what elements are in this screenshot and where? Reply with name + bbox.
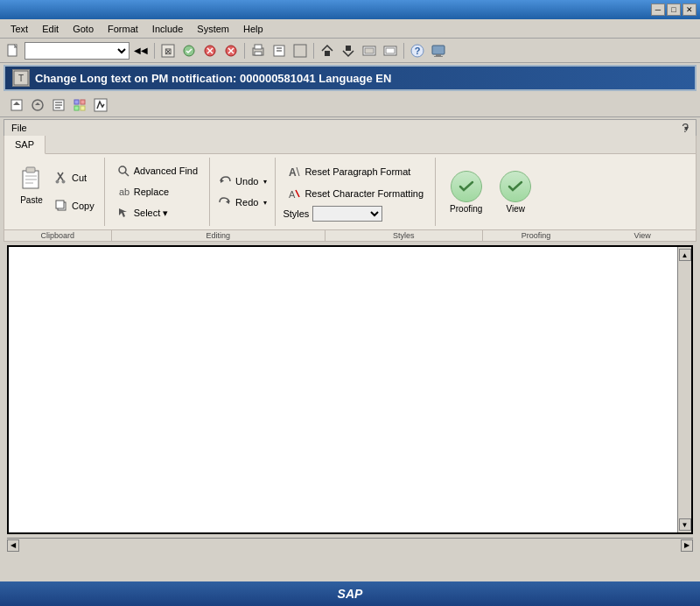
toolbar-main: ◀◀ ⊠ ? [0,39,700,63]
toolbar2-btn5[interactable] [91,95,110,115]
toolbar-btn6[interactable] [290,41,310,60]
ribbon-content: Paste Cut Copy [4,154,696,229]
separator1 [154,43,155,59]
paste-button[interactable]: Paste [13,161,50,222]
copy-button[interactable]: Copy [50,196,99,215]
clipboard-group: Paste Cut Copy [8,158,105,226]
replace-icon: ab [116,185,130,199]
svg-line-49 [125,173,129,176]
svg-marker-51 [220,179,224,183]
toolbar-btn7[interactable] [318,41,337,60]
text-editor[interactable] [9,247,677,532]
redo-arrow[interactable]: ▾ [263,199,267,207]
menu-system[interactable]: System [190,22,236,36]
ribbon-container: SAP Paste [4,136,696,242]
editing-group: Advanced Find ab Replace Select ▾ [105,158,210,226]
toolbar-btn5[interactable] [270,41,289,60]
replace-button[interactable]: ab Replace [112,182,202,201]
file-label: File [11,123,27,133]
bottom-scrollbar[interactable]: ◀ ▶ [7,538,693,552]
styles-row: Styles [283,206,428,222]
proofing-group-label: Proofing [483,230,590,241]
svg-point-45 [62,180,66,184]
ribbon-tabs: SAP [4,136,696,154]
svg-rect-33 [80,100,85,104]
menu-help[interactable]: Help [236,22,270,36]
reset-paragraph-button[interactable]: A Reset Paragraph Format [283,162,428,181]
view-group-label: View [589,230,696,241]
nav-left-btn[interactable]: ◀◀ [131,41,150,60]
svg-rect-16 [365,48,374,53]
svg-rect-35 [80,106,85,110]
svg-rect-23 [434,56,443,57]
styles-dropdown-label: Styles [283,208,309,219]
svg-line-54 [297,167,299,176]
copy-label: Copy [72,201,94,211]
undo-button[interactable]: Undo ▾ [214,172,271,191]
cut-button[interactable]: Cut [50,168,99,187]
menu-goto[interactable]: Goto [66,22,101,36]
minimize-button[interactable]: ─ [651,4,665,16]
help-btn[interactable]: ? [408,41,427,60]
menu-edit[interactable]: Edit [35,22,66,36]
separator4 [403,43,404,59]
styles-dropdown-select[interactable] [312,206,382,222]
styles-group: A Reset Paragraph Format A Reset Charact… [276,158,436,226]
scroll-left-button[interactable]: ◀ [7,539,19,552]
tab-sap[interactable]: SAP [4,136,46,154]
toolbar-btn8[interactable] [339,41,358,60]
separator3 [313,43,314,59]
menu-text[interactable]: Text [4,22,35,36]
view-label: View [507,204,526,214]
scroll-up-button[interactable]: ▲ [679,249,691,261]
toolbar-btn10[interactable] [381,41,400,60]
toolbar-btn1[interactable]: ⊠ [158,41,178,60]
scroll-down-button[interactable]: ▼ [679,518,691,531]
toolbar-btn9[interactable] [360,41,379,60]
editor-inner[interactable] [9,247,691,532]
reset-paragraph-label: Reset Paragraph Format [304,166,410,177]
toolbar2-btn4[interactable] [70,95,89,115]
proofing-button[interactable]: Proofing [443,167,489,217]
doc-title-bar: T Change Long text on PM notification: 0… [4,65,696,91]
toolbar-btn3[interactable] [200,41,220,60]
menu-include[interactable]: Include [145,22,190,36]
group-labels-row: Clipboard Editing Styles Proofing View [4,229,696,241]
scroll-right-button[interactable]: ▶ [681,539,693,552]
toolbar-btn2[interactable] [179,41,199,60]
file-panel-header: File ▾ ? [4,119,696,136]
select-label: Select ▾ [134,208,169,219]
new-button[interactable] [4,41,23,60]
toolbar2-btn3[interactable] [49,95,68,115]
proofing-label: Proofing [450,204,482,214]
view-button[interactable]: View [493,167,538,217]
menu-format[interactable]: Format [101,22,145,36]
redo-button[interactable]: Redo ▾ [214,193,271,212]
svg-point-48 [119,166,126,173]
separator2 [244,43,245,59]
help-corner-icon[interactable]: ? [682,121,689,135]
toolbar2-btn2[interactable] [28,95,47,115]
toolbar-btn4[interactable] [221,41,241,60]
print-btn[interactable] [248,41,268,60]
undo-arrow[interactable]: ▾ [263,178,267,186]
reset-paragraph-icon: A [287,165,301,179]
sap-logo: SAP [338,587,363,601]
svg-point-44 [56,180,60,184]
editing-group-label: Editing [112,230,326,241]
clipboard-group-label: Clipboard [4,230,112,241]
styles-group-label: Styles [326,230,483,241]
svg-rect-8 [255,52,262,55]
toolbar-combo[interactable] [24,42,130,60]
close-button[interactable]: ✕ [682,4,696,16]
reset-character-button[interactable]: A Reset Character Formatting [283,184,428,203]
svg-rect-22 [436,54,441,56]
cut-icon [54,171,68,185]
monitor-btn[interactable] [429,41,448,60]
advanced-find-button[interactable]: Advanced Find [112,161,202,180]
view-circle [500,171,531,202]
toolbar2-btn1[interactable] [7,95,26,115]
select-button[interactable]: Select ▾ [112,203,202,222]
maximize-button[interactable]: □ [667,4,681,16]
svg-text:ab: ab [119,187,130,197]
